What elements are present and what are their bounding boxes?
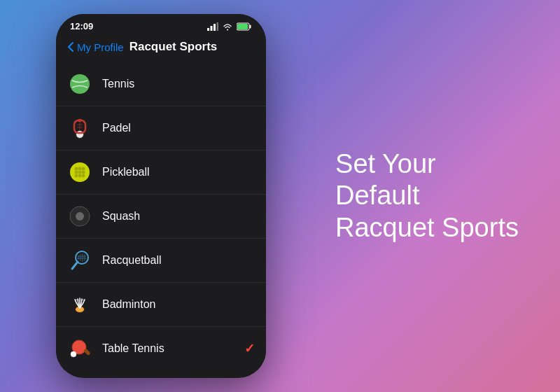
sport-item-racquetball[interactable]: Racquetball (56, 239, 266, 283)
svg-point-15 (75, 167, 78, 171)
right-panel: Set Your Default Racquet Sports (266, 148, 560, 244)
svg-rect-2 (214, 24, 216, 31)
chevron-left-icon (67, 41, 74, 52)
pickleball-icon (67, 160, 92, 185)
signal-icon (207, 22, 218, 31)
svg-rect-6 (237, 24, 248, 29)
svg-point-25 (76, 212, 84, 220)
phone-frame: 12:09 (56, 14, 266, 378)
sport-name-table-tennis: Table Tennis (102, 342, 244, 355)
table-tennis-icon (67, 336, 92, 361)
sport-name-racquetball: Racquetball (102, 254, 255, 267)
svg-point-20 (82, 171, 85, 174)
sport-item-squash[interactable]: Squash (56, 195, 266, 239)
nav-bar: My Profile Racquet Sports (56, 34, 266, 62)
svg-rect-10 (78, 119, 82, 122)
tagline-line2: Default (335, 180, 519, 212)
svg-point-8 (76, 131, 83, 138)
sport-list: Tennis Padel (56, 62, 266, 370)
battery-icon (237, 22, 252, 31)
wifi-icon (222, 22, 233, 31)
back-button[interactable]: My Profile (67, 41, 124, 53)
svg-point-22 (78, 174, 82, 178)
selected-checkmark: ✓ (244, 341, 255, 356)
badminton-icon (67, 292, 92, 317)
svg-point-16 (78, 167, 82, 171)
back-label: My Profile (77, 41, 124, 53)
tagline-text: Set Your Default Racquet Sports (335, 148, 519, 244)
status-time: 12:09 (70, 21, 93, 31)
sport-name-pickleball: Pickleball (102, 166, 255, 178)
svg-rect-0 (207, 28, 209, 31)
tagline-line1: Set Your (335, 148, 519, 181)
svg-rect-3 (217, 22, 219, 31)
svg-point-17 (82, 167, 85, 171)
sport-item-padel[interactable]: Padel (56, 106, 266, 150)
sport-name-badminton: Badminton (102, 298, 255, 311)
svg-point-21 (75, 174, 78, 178)
svg-rect-1 (211, 26, 213, 31)
status-icons (207, 22, 252, 31)
sport-item-pickleball[interactable]: Pickleball (56, 150, 266, 195)
svg-point-38 (71, 351, 76, 357)
svg-point-23 (82, 174, 85, 178)
sport-name-padel: Padel (102, 122, 255, 134)
sport-item-table-tennis[interactable]: Table Tennis ✓ (56, 327, 266, 370)
tagline-line3: Racquet Sports (335, 212, 519, 244)
page-title: Racquet Sports (130, 40, 218, 54)
sport-item-badminton[interactable]: Badminton (56, 283, 266, 327)
racquetball-icon (67, 248, 92, 273)
svg-point-19 (78, 171, 82, 174)
status-bar: 12:09 (56, 14, 266, 34)
sport-item-tennis[interactable]: Tennis (56, 62, 266, 106)
squash-icon (67, 204, 92, 229)
sport-name-squash: Squash (102, 210, 255, 223)
svg-point-7 (70, 74, 90, 94)
tennis-icon (67, 71, 92, 97)
padel-icon (67, 115, 92, 141)
svg-point-18 (75, 171, 78, 174)
sport-name-tennis: Tennis (102, 78, 255, 90)
svg-line-33 (72, 262, 78, 269)
svg-rect-5 (250, 24, 251, 28)
